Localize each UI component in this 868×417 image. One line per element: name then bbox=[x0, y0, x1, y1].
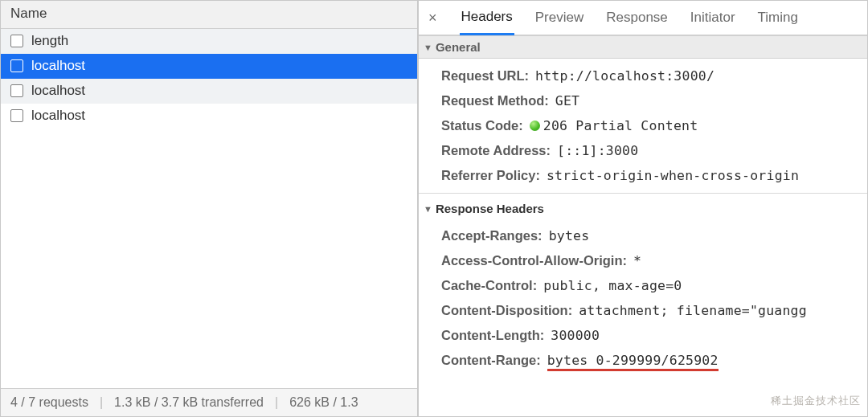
request-name: length bbox=[31, 33, 68, 49]
kv-key: Content-Length: bbox=[441, 328, 544, 343]
column-header-name[interactable]: Name bbox=[1, 1, 417, 29]
kv-value: * bbox=[633, 253, 641, 268]
kv-referrer-policy: Referrer Policy: strict-origin-when-cros… bbox=[441, 163, 867, 188]
kv-key: Content-Range: bbox=[441, 353, 541, 368]
file-icon bbox=[10, 84, 23, 97]
general-list: Request URL: http://localhost:3000/ Requ… bbox=[419, 59, 867, 193]
kv-value: public, max-age=0 bbox=[543, 278, 682, 293]
section-response-headers[interactable]: ▼ Response Headers bbox=[419, 193, 867, 219]
kv-key: Remote Address: bbox=[441, 143, 551, 158]
kv-value: bytes bbox=[549, 228, 590, 243]
response-headers-list: Accept-Ranges: bytes Access-Control-Allo… bbox=[419, 219, 867, 378]
section-title: General bbox=[436, 40, 481, 54]
kv-key: Status Code: bbox=[441, 118, 523, 133]
kv-request-method: Request Method: GET bbox=[441, 88, 867, 113]
kv-key: Request Method: bbox=[441, 93, 549, 108]
tab-timing[interactable]: Timing bbox=[756, 5, 800, 34]
kv-key: Request URL: bbox=[441, 68, 529, 84]
file-icon bbox=[10, 59, 23, 72]
kv-request-url: Request URL: http://localhost:3000/ bbox=[441, 63, 867, 88]
kv-accept-ranges: Accept-Ranges: bytes bbox=[441, 223, 867, 248]
tab-response[interactable]: Response bbox=[604, 5, 669, 34]
kv-value: strict-origin-when-cross-origin bbox=[547, 168, 799, 183]
kv-key: Referrer Policy: bbox=[441, 168, 540, 183]
kv-value: bytes 0-299999/625902 bbox=[547, 353, 719, 368]
status-bar: 4 / 7 requests | 1.3 kB / 3.7 kB transfe… bbox=[1, 388, 417, 416]
file-icon bbox=[10, 109, 23, 122]
kv-content-disposition: Content-Disposition: attachment; filenam… bbox=[441, 298, 867, 323]
request-name: localhost bbox=[31, 58, 85, 74]
highlighted-value: bytes 0-299999/625902 bbox=[547, 353, 719, 371]
kv-value: http://localhost:3000/ bbox=[535, 68, 714, 84]
kv-key: Cache-Control: bbox=[441, 278, 537, 293]
kv-content-range: Content-Range: bytes 0-299999/625902 bbox=[441, 348, 867, 373]
kv-value: attachment; filename="guangg bbox=[579, 303, 807, 318]
request-detail-pane: × Headers Preview Response Initiator Tim… bbox=[419, 1, 867, 416]
kv-value: GET bbox=[555, 93, 579, 108]
request-name: localhost bbox=[31, 108, 85, 124]
status-separator: | bbox=[275, 395, 278, 410]
kv-acao: Access-Control-Allow-Origin: * bbox=[441, 248, 867, 273]
kv-remote-address: Remote Address: [::1]:3000 bbox=[441, 138, 867, 163]
kv-cache-control: Cache-Control: public, max-age=0 bbox=[441, 273, 867, 298]
request-rows: length localhost localhost localhost bbox=[1, 29, 417, 388]
kv-status-code: Status Code: 206 Partial Content bbox=[441, 113, 867, 138]
status-dot-icon bbox=[530, 121, 540, 131]
triangle-down-icon: ▼ bbox=[424, 43, 432, 52]
request-name: localhost bbox=[31, 83, 85, 99]
triangle-down-icon: ▼ bbox=[424, 204, 432, 214]
detail-tabbar: × Headers Preview Response Initiator Tim… bbox=[419, 1, 867, 35]
devtools-network-panel: Name length localhost localhost localhos… bbox=[0, 0, 868, 417]
request-row[interactable]: length bbox=[1, 29, 417, 54]
file-icon bbox=[10, 35, 23, 47]
kv-key: Content-Disposition: bbox=[441, 303, 572, 318]
tab-initiator[interactable]: Initiator bbox=[689, 5, 737, 34]
status-requests: 4 / 7 requests bbox=[10, 395, 88, 410]
request-row[interactable]: localhost bbox=[1, 54, 417, 79]
kv-content-length: Content-Length: 300000 bbox=[441, 323, 867, 348]
request-row[interactable]: localhost bbox=[1, 79, 417, 104]
status-separator: | bbox=[100, 395, 103, 410]
request-row[interactable]: localhost bbox=[1, 104, 417, 129]
tab-headers[interactable]: Headers bbox=[460, 4, 514, 35]
status-resources: 626 kB / 1.3 bbox=[289, 395, 358, 410]
status-transferred: 1.3 kB / 3.7 kB transferred bbox=[114, 395, 264, 410]
close-icon[interactable]: × bbox=[425, 6, 440, 33]
request-list-pane: Name length localhost localhost localhos… bbox=[1, 1, 419, 416]
section-title: Response Headers bbox=[436, 202, 544, 215]
kv-value: 300000 bbox=[551, 328, 600, 343]
kv-key: Accept-Ranges: bbox=[441, 228, 542, 243]
section-general[interactable]: ▼ General bbox=[419, 35, 867, 59]
tab-preview[interactable]: Preview bbox=[534, 5, 585, 34]
watermark-text: 稀土掘金技术社区 bbox=[771, 394, 861, 408]
kv-value: [::1]:3000 bbox=[557, 143, 638, 158]
kv-value: 206 Partial Content bbox=[530, 118, 698, 133]
kv-key: Access-Control-Allow-Origin: bbox=[441, 253, 627, 268]
